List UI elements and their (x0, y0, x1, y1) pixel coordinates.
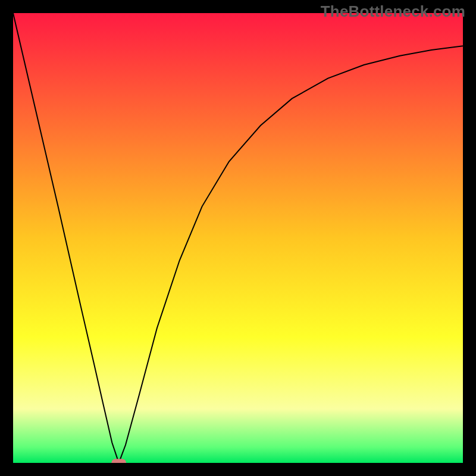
plot-background (13, 13, 463, 463)
watermark-label: TheBottleneck.com (321, 2, 465, 21)
chart-frame: TheBottleneck.com (0, 0, 476, 476)
minimum-marker (111, 459, 126, 463)
bottleneck-plot (13, 13, 463, 463)
